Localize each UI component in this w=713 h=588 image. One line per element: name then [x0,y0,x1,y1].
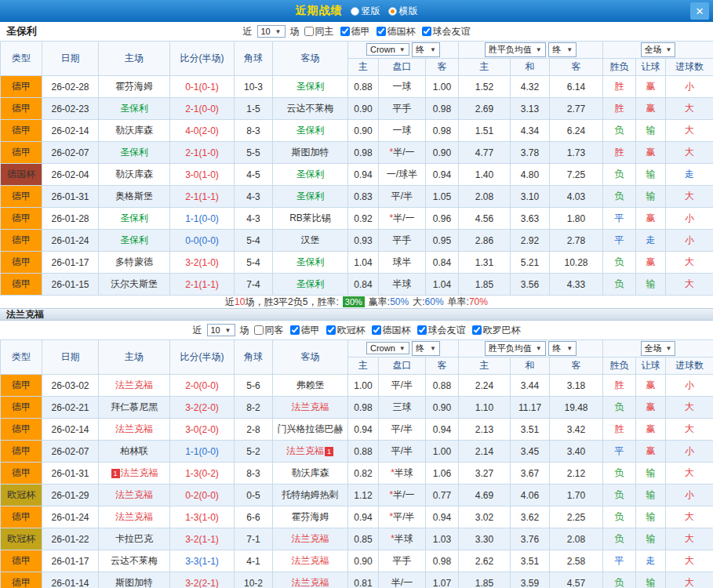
checkbox-input[interactable] [417,325,427,335]
cell-crow_away: 0.77 [426,485,459,506]
filter-checkbox[interactable]: 球会友谊 [422,25,471,38]
cell-home: 1法兰克福 [99,463,170,485]
full-match-dropdown[interactable]: 全场▼ [641,42,676,57]
cell-crow_home: 0.90 [348,550,379,572]
checkbox-label: 德国杯 [383,324,411,337]
odds-time-dropdown[interactable]: 终▼ [412,341,440,356]
filter-checkbox[interactable]: 德甲 [290,324,320,337]
horizontal-layout-radio[interactable]: 横版 [388,5,418,18]
checkbox-label: 球会友谊 [428,324,466,337]
cell-goals_result: 走 [666,164,713,186]
cell-avg_home: 1.10 [459,397,511,419]
cell-away: 门兴格拉德巴赫 [273,419,348,441]
cell-handicap: 平/半 [379,419,426,441]
cell-score: 1-3(1-0) [170,506,235,528]
section-team-name: 圣保利 [6,24,37,38]
chevron-down-icon: ▼ [536,345,542,352]
checkbox-input[interactable] [422,27,431,36]
cell-result: 负 [603,463,636,485]
checkbox-label: 球会友谊 [433,25,471,38]
avg-odds-dropdown[interactable]: 胜平负均值▼ [485,341,546,356]
cell-handicap_result: 输 [636,485,666,506]
cell-crow_away: 0.98 [426,550,459,572]
cell-league: 德甲 [1,550,42,572]
filter-checkbox[interactable]: 德国杯 [377,25,416,38]
filter-checkbox[interactable]: 德甲 [340,25,370,38]
filters: 近 10 ▼ 场 同主德甲德国杯球会友谊 [243,25,471,38]
summary-text: 近10场，胜3平2负5，胜率: [225,296,339,309]
cell-avg_home: 2.14 [459,441,511,463]
avg-odds-dropdown[interactable]: 胜平负均值▼ [485,42,546,57]
cell-crow_away: 0.90 [426,142,459,164]
col-header-avg-home: 主 [459,358,511,375]
radio-icon-vertical[interactable] [351,7,359,16]
checkbox-input[interactable] [472,325,482,335]
cell-home: 多特蒙德 [99,252,170,274]
avg-time-dropdown[interactable]: 终▼ [548,42,577,57]
cell-goals_result: 大 [666,463,713,485]
cell-avg_draw: 3.76 [511,528,550,550]
checkbox-input[interactable] [290,325,300,335]
cell-handicap_result: 输 [636,506,666,528]
result-group-header: 全场▼ [603,340,713,358]
checkbox-input[interactable] [340,27,350,36]
cell-date: 26-01-14 [42,572,99,588]
checkbox-label: 德甲 [301,324,320,337]
cell-away: 云达不莱梅 [273,98,348,120]
cell-avg_draw: 3.10 [511,186,550,208]
chevron-down-icon: ▼ [430,46,436,53]
radio-icon-horizontal[interactable] [388,7,397,16]
cell-crow_away: 0.94 [426,506,459,528]
cell-avg_draw: 3.56 [511,274,550,296]
cell-avg_draw: 3.44 [511,375,550,397]
cell-date: 26-02-28 [42,76,99,98]
checkbox-input[interactable] [377,27,386,36]
cell-league: 德甲 [1,76,42,98]
match-count-dropdown[interactable]: 10 ▼ [257,25,286,38]
filter-checkbox[interactable]: 同客 [254,324,284,337]
col-header-score: 比分(半场) [170,340,235,375]
cell-handicap: 平手 [379,98,426,120]
filter-checkbox[interactable]: 球会友谊 [417,324,466,337]
filter-bar-section-2: 近 10 ▼ 场 同客德甲欧冠杯德国杯球会友谊欧罗巴杯 [0,321,713,339]
bookmaker-dropdown[interactable]: Crown▼ [366,342,409,354]
cell-crow_away: 0.96 [426,208,459,230]
cell-crow_home: 0.94 [348,506,379,528]
vertical-layout-radio[interactable]: 竖版 [351,5,380,18]
chevron-down-icon: ▼ [275,28,282,35]
odds-time-dropdown[interactable]: 终▼ [412,42,440,57]
cell-league: 德甲 [1,142,42,164]
cell-avg_away: 1.70 [550,485,603,506]
filter-checkbox[interactable]: 欧罗巴杯 [472,324,521,337]
close-button[interactable]: ✕ [690,2,709,20]
filter-checkbox[interactable]: 同主 [304,25,334,38]
filter-checkbox[interactable]: 德国杯 [372,324,411,337]
filter-checkbox[interactable]: 欧冠杯 [326,324,366,337]
cell-crow_home: 0.98 [348,397,379,419]
col-header-avg-home: 主 [459,59,511,76]
match-count-dropdown[interactable]: 10 ▼ [207,324,235,336]
checkbox-input[interactable] [304,27,314,36]
cell-result: 负 [603,164,636,186]
checkbox-input[interactable] [326,325,336,335]
full-match-dropdown[interactable]: 全场▼ [641,341,676,356]
cell-goals_result: 大 [666,572,713,588]
close-icon: ✕ [696,5,704,17]
cell-corners: 4-1 [235,550,273,572]
cell-crow_away: 1.07 [426,572,459,588]
cell-avg_away: 7.25 [550,164,603,186]
cell-score: 0-0(0-0) [170,230,235,252]
checkbox-input[interactable] [372,325,381,335]
checkbox-input[interactable] [254,325,264,335]
cell-handicap: 半/一 [379,572,426,588]
cell-avg_away: 2.58 [550,550,603,572]
cell-date: 26-01-22 [42,528,99,550]
col-header-avg-draw: 和 [511,358,550,375]
bookmaker-dropdown[interactable]: Crown▼ [366,43,409,56]
col-header-date: 日期 [42,340,99,375]
avg-time-dropdown[interactable]: 终▼ [548,341,577,356]
filter-bar-section-1: 圣保利 近 10 ▼ 场 同主德甲德国杯球会友谊 [0,22,713,41]
cell-result: 胜 [603,142,636,164]
cell-league: 德甲 [1,274,42,296]
cell-crow_away: 0.94 [426,419,459,441]
